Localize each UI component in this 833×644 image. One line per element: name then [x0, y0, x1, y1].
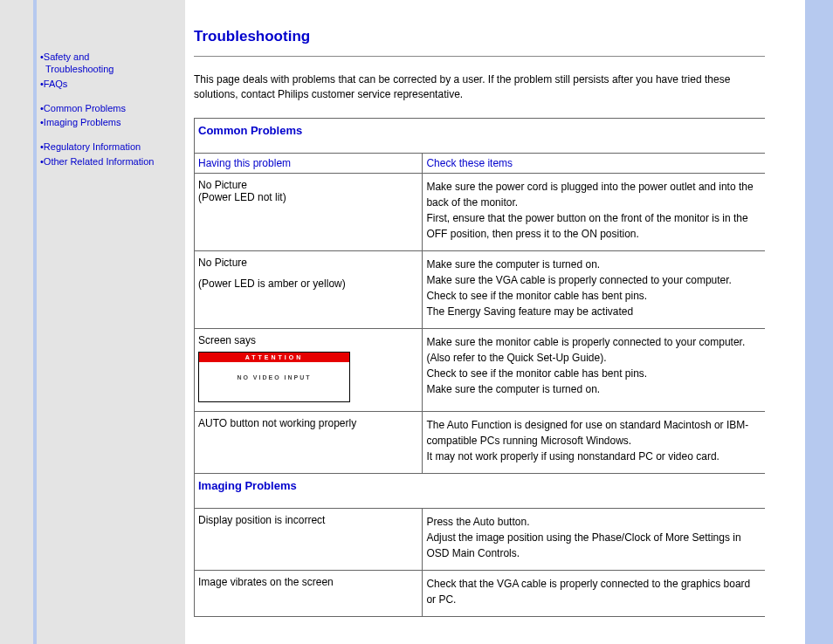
- table-row: Image vibrates on the screen Check that …: [195, 570, 766, 616]
- table-row: No Picture (Power LED not lit) Make sure…: [195, 173, 766, 250]
- nav-item-safety[interactable]: •Safety and Troubleshooting: [40, 51, 180, 76]
- nav-link-cont: Troubleshooting: [45, 64, 114, 74]
- problem-line1: No Picture: [198, 257, 415, 269]
- section-head-common: Common Problems: [195, 118, 766, 153]
- problem-line1: Display position is incorrect: [198, 514, 415, 526]
- problem-line1: Image vibrates on the screen: [198, 576, 415, 588]
- right-color-band: [805, 0, 833, 644]
- problem-cell: No Picture (Power LED is amber or yellow…: [195, 250, 423, 328]
- check-cell: Make sure the power cord is plugged into…: [423, 173, 765, 250]
- nav-link: Common Problems: [44, 103, 126, 113]
- check-cell: Make sure the computer is turned on.Make…: [423, 250, 765, 328]
- check-cell: Check that the VGA cable is properly con…: [423, 570, 765, 616]
- no-video-box: ATTENTION NO VIDEO INPUT: [198, 352, 350, 402]
- table-row: Screen says ATTENTION NO VIDEO INPUT Mak…: [195, 328, 766, 411]
- check-cell: The Auto Function is designed for use on…: [423, 411, 765, 473]
- nav-group-2: •Common Problems •Imaging Problems: [40, 102, 180, 129]
- problem-cell: Display position is incorrect: [195, 508, 423, 570]
- problem-cell: Screen says ATTENTION NO VIDEO INPUT: [195, 328, 423, 411]
- left-margin-rule: [0, 0, 37, 644]
- nav-item-imaging-problems[interactable]: •Imaging Problems: [40, 116, 180, 128]
- section-row-imaging: Imaging Problems: [195, 473, 766, 508]
- troubleshooting-table: Common Problems Having this problem Chec…: [194, 118, 765, 617]
- sidebar-nav: •Safety and Troubleshooting •FAQs •Commo…: [37, 0, 185, 644]
- check-cell: Make sure the monitor cable is properly …: [423, 328, 765, 411]
- nav-group-3: •Regulatory Information •Other Related I…: [40, 140, 180, 168]
- table-row: Display position is incorrect Press the …: [195, 508, 766, 570]
- problem-cell: No Picture (Power LED not lit): [195, 173, 423, 250]
- problem-cell: Image vibrates on the screen: [195, 570, 423, 616]
- problem-cell: AUTO button not working properly: [195, 411, 423, 473]
- nav-link: FAQs: [44, 79, 68, 89]
- problem-line1: Screen says: [198, 334, 415, 346]
- intro-paragraph: This page deals with problems that can b…: [194, 72, 765, 102]
- table-row: No Picture (Power LED is amber or yellow…: [195, 250, 766, 328]
- nav-group-1: •Safety and Troubleshooting •FAQs: [40, 51, 180, 90]
- col-head-problem: Having this problem: [195, 153, 423, 173]
- header-row: Having this problem Check these items: [195, 153, 766, 173]
- nav-item-common-problems[interactable]: •Common Problems: [40, 102, 180, 114]
- nav-link: Other Related Information: [44, 156, 155, 167]
- problem-line2: (Power LED not lit): [198, 191, 415, 203]
- problem-line1: No Picture: [198, 179, 415, 191]
- nav-link: Regulatory Information: [44, 141, 141, 152]
- no-video-header: ATTENTION: [199, 353, 349, 362]
- nav-link: Safety and: [44, 51, 90, 62]
- nav-link: Imaging Problems: [44, 117, 121, 127]
- main-content: Troubleshooting This page deals with pro…: [185, 0, 805, 644]
- problem-line2: (Power LED is amber or yellow): [198, 277, 415, 290]
- title-divider: [194, 56, 765, 57]
- section-head-imaging: Imaging Problems: [195, 473, 766, 508]
- col-head-check: Check these items: [423, 153, 765, 173]
- no-video-body: NO VIDEO INPUT: [199, 362, 349, 380]
- problem-line1: AUTO button not working properly: [198, 417, 415, 429]
- section-row-common: Common Problems: [195, 118, 766, 153]
- check-cell: Press the Auto button.Adjust the image p…: [423, 508, 765, 570]
- nav-item-related-info[interactable]: •Other Related Information: [40, 155, 180, 168]
- page: •Safety and Troubleshooting •FAQs •Commo…: [0, 0, 833, 644]
- table-row: AUTO button not working properly The Aut…: [195, 411, 766, 473]
- nav-item-regulatory[interactable]: •Regulatory Information: [40, 140, 180, 153]
- nav-item-faqs[interactable]: •FAQs: [40, 78, 180, 90]
- page-title: Troubleshooting: [194, 28, 765, 45]
